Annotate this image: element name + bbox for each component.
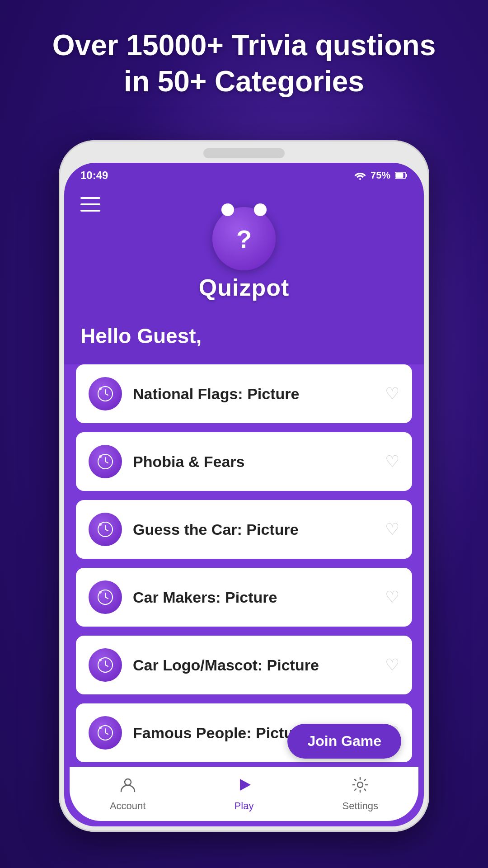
category-title: National Flags: Picture bbox=[133, 385, 299, 403]
category-icon bbox=[89, 648, 122, 682]
battery-text: 75% bbox=[371, 170, 390, 181]
svg-point-11 bbox=[99, 591, 102, 594]
category-title: Phobia & Fears bbox=[133, 453, 245, 471]
nav-settings[interactable]: Settings bbox=[302, 776, 418, 812]
join-game-button[interactable]: Join Game bbox=[287, 724, 401, 759]
status-icons: 75% bbox=[354, 170, 408, 181]
category-title: Car Logo/Mascot: Picture bbox=[133, 656, 319, 674]
category-icon bbox=[89, 580, 122, 614]
category-title: Famous People: Picture bbox=[133, 724, 308, 742]
bottom-navigation: Account Play Settings bbox=[70, 767, 418, 821]
svg-point-18 bbox=[357, 782, 363, 788]
favorite-icon[interactable]: ♡ bbox=[385, 588, 399, 607]
category-card[interactable]: Car Logo/Mascot: Picture ♡ bbox=[76, 636, 412, 694]
category-card[interactable]: Car Makers: Picture ♡ bbox=[76, 568, 412, 627]
account-label: Account bbox=[110, 800, 146, 812]
app-header: ? Quizpot bbox=[64, 188, 424, 324]
status-bar: 10:49 75% bbox=[64, 163, 424, 188]
favorite-icon[interactable]: ♡ bbox=[385, 384, 399, 403]
category-icon bbox=[89, 377, 122, 410]
favorite-icon[interactable]: ♡ bbox=[385, 520, 399, 539]
svg-point-0 bbox=[359, 178, 361, 180]
category-card[interactable]: National Flags: Picture ♡ bbox=[76, 364, 412, 423]
svg-rect-3 bbox=[396, 173, 404, 178]
account-icon bbox=[119, 776, 136, 797]
svg-point-15 bbox=[99, 726, 102, 729]
status-time: 10:49 bbox=[80, 169, 108, 182]
logo-area: ? Quizpot bbox=[80, 207, 408, 301]
svg-rect-2 bbox=[406, 174, 407, 177]
nav-play[interactable]: Play bbox=[186, 776, 302, 812]
phone-notch bbox=[203, 148, 285, 158]
phone-frame: 10:49 75% ? Quizpot Hello Guest, bbox=[59, 140, 429, 832]
settings-label: Settings bbox=[343, 800, 379, 812]
category-title: Car Makers: Picture bbox=[133, 589, 277, 606]
svg-point-7 bbox=[99, 455, 102, 458]
nav-account[interactable]: Account bbox=[70, 776, 186, 812]
hero-text: Over 15000+ Trivia qustions in 50+ Categ… bbox=[0, 27, 488, 99]
category-card[interactable]: Phobia & Fears ♡ bbox=[76, 432, 412, 491]
svg-point-16 bbox=[125, 779, 131, 785]
svg-point-5 bbox=[99, 387, 102, 390]
category-icon bbox=[89, 445, 122, 478]
favorite-icon[interactable]: ♡ bbox=[385, 452, 399, 471]
category-icon bbox=[89, 513, 122, 546]
svg-marker-17 bbox=[240, 779, 251, 791]
favorite-icon[interactable]: ♡ bbox=[385, 656, 399, 675]
svg-point-9 bbox=[99, 523, 102, 526]
category-icon bbox=[89, 716, 122, 750]
logo-text: Quizpot bbox=[80, 274, 408, 301]
category-card[interactable]: Guess the Car: Picture ♡ bbox=[76, 500, 412, 559]
logo-circle: ? bbox=[212, 207, 276, 270]
play-icon bbox=[235, 776, 253, 797]
settings-icon bbox=[352, 776, 369, 797]
play-label: Play bbox=[235, 800, 254, 812]
category-title: Guess the Car: Picture bbox=[133, 521, 299, 538]
greeting-text: Hello Guest, bbox=[64, 324, 424, 364]
menu-button[interactable] bbox=[80, 197, 100, 212]
svg-point-13 bbox=[99, 659, 102, 661]
logo-question-mark: ? bbox=[236, 224, 252, 254]
